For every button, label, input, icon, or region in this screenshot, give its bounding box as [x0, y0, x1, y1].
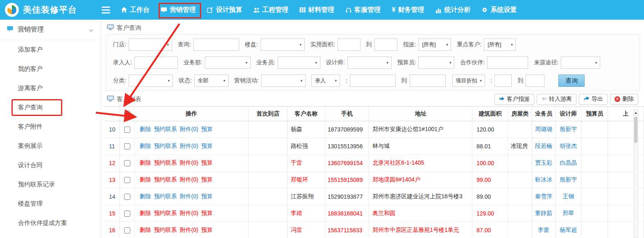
designer-link[interactable]: 殷新宇 — [556, 172, 582, 188]
op-budget-link[interactable]: 预算 — [201, 143, 213, 150]
salesman-link[interactable]: 靳冰冰 — [532, 172, 556, 188]
nav-item-settings[interactable]: 系统设置 — [481, 6, 517, 14]
nav-item-marketing[interactable]: 营销管理 — [161, 6, 196, 14]
project-discount-select[interactable]: 项目折扣▼ — [452, 75, 485, 87]
sidebar-item-my-customers[interactable]: 我的客户 — [0, 59, 101, 79]
salesman-link[interactable]: 董静茹 — [532, 205, 556, 222]
delete-button[interactable]: × 删除 — [610, 94, 638, 105]
sidebar-item-customer-attachments[interactable]: 客户附件 — [0, 117, 101, 136]
to-floating-button[interactable]: 转入游离 — [537, 94, 576, 105]
row-checkbox[interactable] — [124, 143, 130, 150]
op-attachment-link[interactable]: 附件(0) — [180, 143, 198, 150]
menu-toggle-icon[interactable] — [102, 7, 110, 14]
budgeter-select[interactable]: ▼ — [418, 57, 454, 69]
sidebar-section-marketing[interactable]: 营销管理 — [0, 20, 101, 40]
nav-item-engineering[interactable]: 工程管理 — [253, 6, 288, 14]
discount-to-input[interactable] — [526, 75, 544, 87]
op-appointment-link[interactable]: 预约联系 — [154, 126, 177, 133]
op-attachment-link[interactable]: 附件(0) — [180, 227, 198, 234]
op-attachment-link[interactable]: 附件(0) — [180, 159, 198, 167]
op-delete-link[interactable]: 删除 — [140, 176, 151, 184]
op-attachment-link[interactable]: 附件(0) — [180, 126, 198, 133]
salesman-link[interactable]: 段若楠 — [532, 138, 556, 154]
designer-link[interactable]: 胡张杰 — [556, 138, 582, 154]
sidebar-item-customer-query[interactable]: 客户查询 — [0, 98, 101, 117]
op-attachment-link[interactable]: 附件(0) — [180, 176, 198, 184]
scrollbar-thumb[interactable] — [634, 117, 637, 143]
op-budget-link[interactable]: 预算 — [201, 159, 213, 167]
op-appointment-link[interactable]: 预约联系 — [154, 227, 177, 234]
store-select[interactable]: ▼ — [129, 39, 172, 51]
op-budget-link[interactable]: 预算 — [201, 210, 213, 217]
op-appointment-link[interactable]: 预约联系 — [154, 193, 177, 200]
row-checkbox[interactable] — [124, 211, 130, 217]
sidebar-item-add-customer[interactable]: 添加客户 — [0, 40, 101, 59]
op-attachment-link[interactable]: 附件(0) — [180, 210, 198, 217]
entry-date-type-select[interactable]: 录入▼ — [311, 75, 340, 87]
op-attachment-link[interactable]: 附件(0) — [180, 193, 198, 200]
op-appointment-link[interactable]: 预约联系 — [154, 159, 177, 167]
nav-item-design-budget[interactable]: 设计预算 — [207, 6, 242, 14]
op-delete-link[interactable]: 删除 — [140, 143, 151, 150]
op-delete-link[interactable]: 删除 — [140, 210, 151, 217]
row-checkbox[interactable] — [124, 227, 130, 233]
select-all-checkbox[interactable] — [124, 111, 130, 117]
salesman-link[interactable]: 周璐璐 — [532, 121, 556, 138]
sidebar-item-floating-customers[interactable]: 游离客户 — [0, 79, 101, 98]
nav-item-statistics[interactable]: 统计分析 — [435, 6, 470, 14]
export-button[interactable]: 导出 — [579, 94, 608, 105]
op-appointment-link[interactable]: 预约联系 — [154, 143, 177, 150]
category-select[interactable]: ▼ — [129, 75, 173, 87]
usable-area-max-input[interactable] — [374, 39, 397, 51]
designer-select[interactable]: ▼ — [347, 57, 392, 69]
op-budget-link[interactable]: 预算 — [201, 176, 213, 184]
sidebar-item-design-contract[interactable]: 设计合同 — [0, 156, 101, 175]
row-checkbox[interactable] — [124, 194, 130, 200]
sidebar-item-case-showcase[interactable]: 案例展示 — [0, 136, 101, 156]
source-select[interactable]: ▼ — [561, 57, 600, 69]
discount-from-input[interactable] — [494, 75, 512, 87]
activity-select[interactable]: ▼ — [261, 75, 306, 87]
salesman-link[interactable]: 李蕾 — [532, 222, 556, 238]
usable-area-min-input[interactable] — [338, 39, 361, 51]
op-delete-link[interactable]: 删除 — [140, 193, 151, 200]
op-delete-link[interactable]: 删除 — [140, 126, 151, 133]
op-budget-link[interactable]: 预算 — [201, 126, 213, 133]
assign-customer-button[interactable]: 客户指派 — [494, 94, 534, 105]
op-appointment-link[interactable]: 预约联系 — [154, 176, 177, 184]
status-select[interactable]: 全部▼ — [194, 75, 229, 87]
nav-item-workbench[interactable]: 工作台 — [121, 6, 150, 14]
sidebar-item-building-management[interactable]: 楼盘管理 — [0, 194, 101, 213]
op-delete-link[interactable]: 删除 — [140, 227, 151, 234]
vertical-scrollbar[interactable]: ▲ — [633, 109, 638, 238]
nav-item-materials[interactable]: 材料管理 — [299, 6, 334, 14]
designer-link[interactable]: 王钢 — [556, 188, 582, 205]
row-checkbox[interactable] — [124, 160, 130, 166]
entry-date-from-input[interactable] — [350, 75, 396, 87]
designer-link[interactable]: 邢翠 — [556, 205, 582, 222]
scroll-up-icon[interactable]: ▲ — [634, 110, 638, 116]
designer-link[interactable]: 殷新宇 — [556, 121, 582, 138]
building-select[interactable]: ▼ — [261, 39, 305, 51]
search-button[interactable]: 查询 — [558, 75, 585, 87]
op-delete-link[interactable]: 删除 — [140, 159, 151, 167]
vip-select[interactable]: [所有]▼ — [484, 39, 516, 51]
sidebar-item-partner-commission[interactable]: 合作伙伴提成方案 — [0, 213, 101, 233]
nav-item-finance[interactable]: ¥ 财务管理 — [392, 6, 424, 14]
dept-select[interactable]: ▼ — [205, 57, 251, 69]
row-checkbox[interactable] — [124, 127, 130, 133]
entry-person-input[interactable] — [134, 57, 178, 69]
op-appointment-link[interactable]: 预约联系 — [154, 210, 177, 217]
partner-input[interactable] — [487, 57, 528, 69]
query-input[interactable] — [193, 39, 239, 51]
salesman-link[interactable]: 秦雪萍 — [532, 188, 556, 205]
designer-link[interactable]: 杨军超 — [556, 222, 582, 238]
salesman-select[interactable]: ▼ — [278, 57, 320, 69]
entry-date-to-input[interactable] — [410, 75, 446, 87]
row-checkbox[interactable] — [124, 177, 130, 183]
salesman-link[interactable]: 贾玉彩 — [532, 155, 556, 171]
assign-select[interactable]: [所有]▼ — [418, 39, 451, 51]
op-budget-link[interactable]: 预算 — [201, 227, 213, 234]
nav-item-customer-service[interactable]: 客服管理 — [345, 6, 381, 14]
op-budget-link[interactable]: 预算 — [201, 193, 213, 200]
